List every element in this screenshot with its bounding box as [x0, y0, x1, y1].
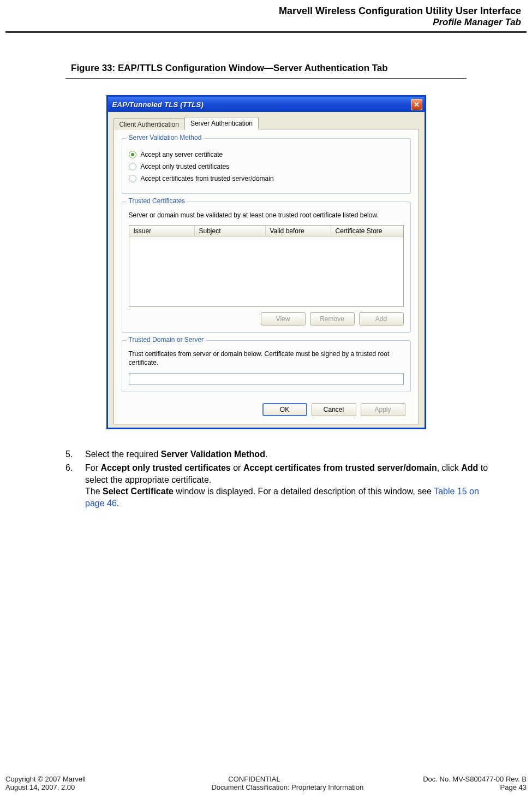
- table-header: Issuer Subject Valid before Certificate …: [129, 226, 403, 237]
- apply-button[interactable]: Apply: [361, 403, 405, 416]
- radio-label: Accept only trusted certificates: [141, 163, 230, 170]
- footer-copyright: Copyright © 2007 Marvell: [5, 775, 86, 783]
- instructions: 5. Select the required Server Validation…: [65, 448, 488, 510]
- footer-confidential: CONFIDENTIAL: [228, 775, 280, 783]
- radio-accept-any[interactable]: Accept any server certificate: [129, 151, 404, 158]
- ok-button[interactable]: OK: [262, 403, 307, 416]
- trusted-domain-description: Trust certificates from server or domain…: [129, 350, 404, 367]
- titlebar[interactable]: EAP/Tunneled TLS (TTLS) ✕: [108, 97, 425, 112]
- step-5: 5. Select the required Server Validation…: [65, 448, 488, 460]
- col-valid-before[interactable]: Valid before: [266, 226, 331, 236]
- trusted-domain-input[interactable]: [129, 373, 404, 385]
- text: The: [85, 487, 103, 496]
- view-button[interactable]: View: [261, 312, 306, 325]
- tab-server-authentication[interactable]: Server Authentication: [184, 117, 259, 129]
- text: , click: [437, 463, 461, 472]
- cancel-button[interactable]: Cancel: [312, 403, 356, 416]
- text-bold: Select Certificate: [103, 487, 174, 496]
- tab-page-server: Server Validation Method Accept any serv…: [113, 129, 419, 424]
- text: or: [231, 463, 243, 472]
- page-footer: Copyright © 2007 Marvell CONFIDENTIAL Do…: [5, 775, 527, 791]
- text-bold: Accept only trusted certificates: [100, 463, 230, 472]
- text-bold: Server Validation Method: [161, 449, 265, 459]
- text: window is displayed. For a detailed desc…: [174, 487, 434, 496]
- group-title-trusted-domain: Trusted Domain or Server: [127, 336, 206, 344]
- header-title: Marvell Wireless Configuration Utility U…: [5, 5, 521, 17]
- group-title-trusted-certs: Trusted Certificates: [127, 197, 188, 205]
- text: For: [85, 463, 100, 472]
- group-trusted-domain: Trusted Domain or Server Trust certifica…: [122, 340, 411, 392]
- group-title-validation: Server Validation Method: [127, 134, 204, 141]
- text-bold: Accept certificates from trusted server/…: [243, 463, 437, 472]
- radio-accept-domain[interactable]: Accept certificates from trusted server/…: [129, 175, 404, 182]
- footer-docno: Doc. No. MV-S800477-00 Rev. B: [423, 775, 527, 783]
- tab-client-authentication[interactable]: Client Authentication: [113, 118, 185, 130]
- close-button[interactable]: ✕: [411, 99, 422, 110]
- certificate-table[interactable]: Issuer Subject Valid before Certificate …: [129, 225, 404, 307]
- radio-accept-trusted[interactable]: Accept only trusted certificates: [129, 163, 404, 170]
- footer-page: Page 43: [500, 783, 527, 791]
- text: Select the required: [85, 449, 161, 459]
- footer-classification: Document Classification: Proprietary Inf…: [211, 783, 363, 791]
- group-trusted-certificates: Trusted Certificates Server or domain mu…: [122, 202, 411, 333]
- dialog-title: EAP/Tunneled TLS (TTLS): [112, 100, 204, 109]
- group-server-validation: Server Validation Method Accept any serv…: [122, 138, 411, 194]
- radio-icon-unchecked: [129, 163, 136, 170]
- trusted-certs-description: Server or domain must be validated by at…: [129, 211, 404, 220]
- text-bold: Add: [461, 463, 478, 472]
- step-number: 5.: [65, 448, 85, 460]
- step-6: 6. For Accept only trusted certificates …: [65, 462, 488, 509]
- radio-icon-checked: [129, 151, 136, 158]
- figure-caption: Figure 33: EAP/TTLS Configuration Window…: [5, 63, 532, 74]
- eap-ttls-dialog: EAP/Tunneled TLS (TTLS) ✕ Client Authent…: [106, 95, 426, 429]
- radio-icon-unchecked: [129, 175, 136, 182]
- radio-label: Accept certificates from trusted server/…: [141, 175, 274, 182]
- text: .: [265, 449, 267, 459]
- footer-date: August 14, 2007, 2.00: [5, 783, 75, 791]
- text: .: [117, 499, 119, 508]
- caption-rule: [65, 78, 467, 79]
- col-subject[interactable]: Subject: [195, 226, 266, 236]
- add-button[interactable]: Add: [359, 312, 404, 325]
- tabstrip: Client Authentication Server Authenticat…: [113, 116, 419, 129]
- header-subtitle: Profile Manager Tab: [5, 17, 521, 28]
- radio-label: Accept any server certificate: [141, 151, 223, 158]
- col-cert-store[interactable]: Certificate Store: [331, 226, 403, 236]
- col-issuer[interactable]: Issuer: [129, 226, 195, 236]
- remove-button[interactable]: Remove: [310, 312, 355, 325]
- close-icon: ✕: [414, 100, 420, 109]
- step-number: 6.: [65, 462, 85, 509]
- page-header: Marvell Wireless Configuration Utility U…: [5, 0, 527, 33]
